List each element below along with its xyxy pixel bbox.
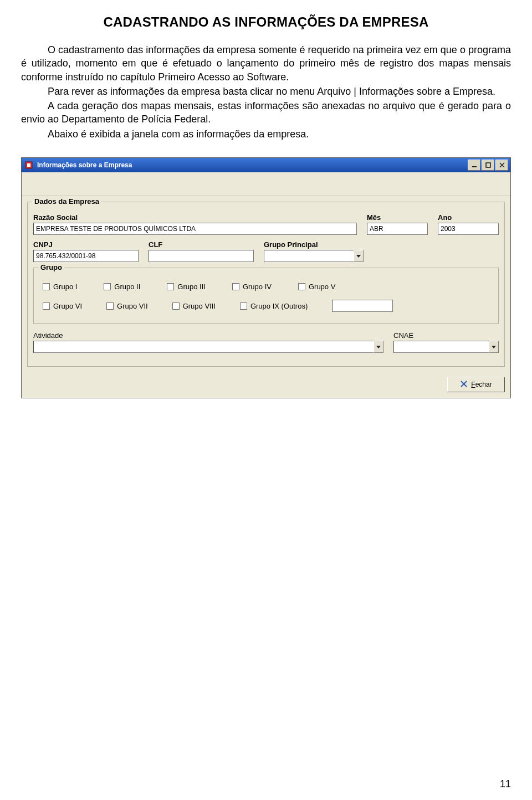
checkbox-label: Grupo III bbox=[177, 283, 206, 291]
cnpj-input[interactable] bbox=[33, 250, 139, 262]
button-bar: Fechar bbox=[22, 373, 510, 398]
close-x-icon bbox=[460, 380, 468, 389]
label-cnpj: CNPJ bbox=[33, 240, 139, 249]
paragraph-1: O cadastramento das informações da empre… bbox=[21, 43, 511, 84]
svg-rect-1 bbox=[27, 163, 30, 167]
razao-social-input[interactable] bbox=[33, 223, 357, 235]
chevron-down-icon[interactable] bbox=[354, 250, 364, 262]
mes-input[interactable] bbox=[367, 223, 428, 235]
fechar-button-label: Fechar bbox=[471, 381, 492, 388]
chevron-down-icon[interactable] bbox=[374, 341, 383, 353]
titlebar: Informações sobre a Empresa bbox=[22, 158, 510, 172]
checkbox-grupo-iii[interactable]: Grupo III bbox=[167, 283, 206, 291]
checkbox-label: Grupo I bbox=[53, 283, 77, 291]
grupo-ix-extra-input[interactable] bbox=[332, 300, 393, 312]
checkbox-grupo-vi[interactable]: Grupo VI bbox=[43, 302, 82, 310]
window: Informações sobre a Empresa Dados da Emp… bbox=[21, 157, 511, 398]
fieldset-grupo: Grupo Grupo I Grupo II Grupo III Grupo I… bbox=[33, 268, 499, 324]
paragraph-2: Para rever as informações da empresa bas… bbox=[21, 85, 511, 98]
checkbox-label: Grupo IV bbox=[243, 283, 272, 291]
app-screenshot: Informações sobre a Empresa Dados da Emp… bbox=[21, 157, 511, 398]
fieldset-dados-empresa: Dados da Empresa Razão Social Mês Ano bbox=[27, 202, 505, 367]
fieldset-grupo-legend: Grupo bbox=[38, 263, 64, 271]
grupo-principal-combo[interactable] bbox=[264, 250, 364, 262]
app-icon bbox=[24, 160, 34, 170]
checkbox-grupo-i[interactable]: Grupo I bbox=[43, 283, 77, 291]
paragraph-3: A cada geração dos mapas mensais, estas … bbox=[21, 99, 511, 126]
checkbox-grupo-ix[interactable]: Grupo IX (Outros) bbox=[240, 302, 308, 310]
checkbox-label: Grupo II bbox=[114, 283, 140, 291]
label-atividade: Atividade bbox=[33, 331, 383, 340]
label-razao-social: Razão Social bbox=[33, 213, 357, 222]
client-area: Dados da Empresa Razão Social Mês Ano bbox=[22, 172, 510, 398]
atividade-combo[interactable] bbox=[33, 341, 383, 353]
page-number: 11 bbox=[500, 778, 511, 790]
fechar-button[interactable]: Fechar bbox=[447, 377, 505, 392]
label-mes: Mês bbox=[367, 213, 428, 222]
checkbox-label: Grupo VIII bbox=[183, 302, 216, 310]
paragraph-4: Abaixo é exibida a janela com as informa… bbox=[21, 127, 511, 141]
clf-input[interactable] bbox=[149, 250, 254, 262]
window-buttons bbox=[468, 160, 508, 171]
minimize-button[interactable] bbox=[468, 160, 480, 171]
chevron-down-icon[interactable] bbox=[489, 341, 499, 353]
toolbar-area bbox=[22, 172, 510, 196]
checkbox-label: Grupo VI bbox=[53, 302, 82, 310]
maximize-button[interactable] bbox=[482, 160, 494, 171]
checkbox-label: Grupo IX (Outros) bbox=[250, 302, 308, 310]
document-body: O cadastramento das informações da empre… bbox=[21, 43, 511, 141]
svg-rect-3 bbox=[486, 163, 490, 167]
cnae-input[interactable] bbox=[393, 341, 489, 353]
label-ano: Ano bbox=[438, 213, 499, 222]
label-grupo-principal: Grupo Principal bbox=[264, 240, 364, 249]
close-button[interactable] bbox=[495, 160, 508, 171]
checkbox-label: Grupo V bbox=[309, 283, 335, 291]
checkbox-grupo-viii[interactable]: Grupo VIII bbox=[172, 302, 216, 310]
cnae-combo[interactable] bbox=[393, 341, 499, 353]
checkbox-grupo-ii[interactable]: Grupo II bbox=[104, 283, 140, 291]
ano-input[interactable] bbox=[438, 223, 499, 235]
checkbox-grupo-iv[interactable]: Grupo IV bbox=[232, 283, 272, 291]
label-cnae: CNAE bbox=[393, 331, 499, 340]
checkbox-grupo-vii[interactable]: Grupo VII bbox=[106, 302, 148, 310]
window-title: Informações sobre a Empresa bbox=[37, 161, 132, 169]
grupo-principal-input[interactable] bbox=[264, 250, 354, 262]
label-clf: CLF bbox=[149, 240, 254, 249]
fieldset-dados-legend: Dados da Empresa bbox=[32, 197, 101, 206]
page-title: CADASTRANDO AS INFORMAÇÕES DA EMPRESA bbox=[21, 14, 511, 30]
checkbox-label: Grupo VII bbox=[117, 302, 148, 310]
atividade-input[interactable] bbox=[33, 341, 374, 353]
checkbox-grupo-v[interactable]: Grupo V bbox=[298, 283, 335, 291]
svg-rect-2 bbox=[472, 166, 477, 167]
